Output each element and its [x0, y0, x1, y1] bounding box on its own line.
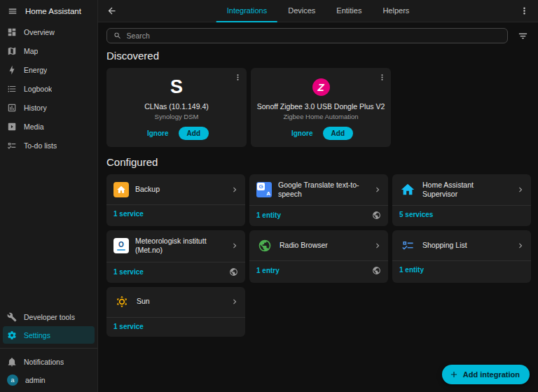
entities-link[interactable]: 5 services	[399, 211, 433, 218]
discovered-subtitle: Zigbee Home Automation	[256, 113, 385, 120]
card-menu-button[interactable]	[376, 71, 388, 83]
entities-link[interactable]: 1 service	[113, 323, 144, 330]
card-menu-button[interactable]	[232, 71, 244, 83]
app-root: Home Assistant Overview Map Energy Logbo…	[0, 0, 538, 392]
sidebar-item-notifications[interactable]: Notifications	[3, 353, 95, 370]
avatar: a	[7, 374, 18, 386]
add-button[interactable]: Add	[323, 127, 353, 140]
sidebar-bottom: Developer tools Settings Notifications a…	[0, 307, 97, 392]
add-button[interactable]: Add	[179, 127, 209, 140]
top-bar: Integrations Devices Entities Helpers	[98, 0, 538, 22]
configured-grid: Backup 1 service GA Google Translate tex…	[106, 174, 531, 337]
chevron-right-icon	[373, 185, 382, 195]
chevron-right-icon	[373, 241, 382, 251]
discovered-card-synology: S CLNas (10.1.149.4) Synology DSM Ignore…	[106, 68, 247, 147]
configured-heading: Configured	[106, 156, 531, 168]
integration-footer: 1 entity	[392, 261, 531, 280]
view-dashboard-icon	[7, 27, 17, 37]
sidebar-item-developer-tools[interactable]: Developer tools	[3, 308, 95, 326]
content: Discovered S CLNas (10.1.149.4) Synology…	[98, 22, 538, 392]
sidebar-item-logbook[interactable]: Logbook	[3, 80, 95, 97]
integration-card-sun: Sun 1 service	[106, 287, 245, 337]
tab-entities[interactable]: Entities	[326, 0, 372, 22]
flash-icon	[7, 65, 17, 75]
overflow-menu-button[interactable]	[518, 4, 531, 18]
chart-box-icon	[7, 103, 17, 113]
discovered-name: CLNas (10.1.149.4)	[112, 102, 241, 111]
sidebar-item-settings[interactable]: Settings	[3, 326, 95, 344]
map-icon	[7, 46, 17, 56]
integration-row[interactable]: Sun	[106, 287, 245, 318]
entities-link[interactable]: 1 entity	[256, 211, 281, 219]
filter-icon	[518, 31, 528, 41]
search-input[interactable]	[127, 31, 501, 40]
integration-card-backup: Backup 1 service	[106, 174, 245, 226]
integration-row[interactable]: GA Google Translate text-to-speech	[249, 174, 388, 206]
metno-icon: O	[113, 238, 129, 253]
home-assistant-logo-icon	[399, 181, 416, 198]
sidebar-item-energy[interactable]: Energy	[3, 61, 95, 78]
sidebar-item-overview[interactable]: Overview	[3, 23, 95, 41]
integration-row[interactable]: O Meteorologisk institutt (Met.no)	[106, 230, 245, 262]
entities-link[interactable]: 1 service	[113, 268, 144, 276]
integration-footer: 1 service	[106, 318, 245, 337]
discovered-name: Sonoff Zigbee 3.0 USB Dongle Plus V2	[256, 102, 385, 111]
integration-row[interactable]: Home Assistant Supervisor	[392, 174, 531, 206]
search-icon	[113, 31, 122, 40]
synology-logo: S	[112, 75, 241, 99]
entities-link[interactable]: 1 service	[113, 210, 144, 218]
discovered-actions: Ignore Add	[112, 127, 241, 140]
cloud-polling-icon	[229, 267, 238, 276]
ignore-button[interactable]: Ignore	[144, 127, 172, 139]
tab-helpers[interactable]: Helpers	[372, 0, 420, 22]
integration-footer: 1 entry	[249, 261, 388, 281]
sidebar-item-map[interactable]: Map	[3, 42, 95, 59]
integration-row[interactable]: Backup	[106, 174, 245, 205]
sidebar-item-todo-lists[interactable]: To-do lists	[3, 136, 95, 154]
integration-footer: 1 service	[106, 205, 245, 224]
integration-row[interactable]: Radio Browser	[249, 230, 388, 261]
cloud-polling-icon	[372, 211, 381, 220]
dots-vertical-icon	[233, 73, 242, 82]
cloud-polling-icon	[372, 266, 381, 275]
sidebar: Home Assistant Overview Map Energy Logbo…	[0, 0, 98, 392]
integration-card-radio-browser: Radio Browser 1 entry	[249, 230, 388, 282]
integration-card-shopping-list: Shopping List 1 entity	[392, 230, 531, 282]
back-button[interactable]	[105, 4, 118, 18]
add-integration-button[interactable]: Add integration	[442, 365, 530, 384]
sidebar-toggle-icon[interactable]	[6, 5, 19, 18]
filter-button[interactable]	[516, 29, 530, 43]
sidebar-divider	[0, 348, 97, 349]
search-bar[interactable]	[106, 28, 508, 43]
bell-icon	[7, 357, 17, 367]
chevron-right-icon	[230, 185, 240, 195]
entities-link[interactable]: 1 entity	[399, 266, 424, 274]
chevron-right-icon	[516, 185, 525, 195]
ignore-button[interactable]: Ignore	[289, 127, 316, 139]
main-area: Integrations Devices Entities Helpers Di…	[98, 0, 538, 392]
sun-icon	[113, 293, 130, 310]
google-translate-icon: GA	[256, 182, 272, 197]
check-list-icon	[7, 141, 17, 150]
discovered-actions: Ignore Add	[256, 127, 385, 140]
sidebar-item-history[interactable]: History	[3, 99, 95, 116]
integration-footer: 1 entity	[249, 206, 388, 226]
list-icon	[7, 84, 17, 94]
integration-row[interactable]: Shopping List	[392, 230, 531, 261]
discovered-heading: Discovered	[106, 50, 531, 62]
integration-footer: 1 service	[106, 262, 245, 283]
zigbee-logo: Z	[256, 75, 385, 99]
sidebar-item-media[interactable]: Media	[3, 118, 95, 135]
discovered-grid: S CLNas (10.1.149.4) Synology DSM Ignore…	[106, 68, 531, 147]
chevron-right-icon	[230, 297, 240, 307]
tab-bar: Integrations Devices Entities Helpers	[216, 0, 420, 22]
discovered-subtitle: Synology DSM	[112, 113, 241, 120]
sidebar-item-user[interactable]: a admin	[3, 371, 95, 388]
chevron-right-icon	[516, 241, 525, 251]
tab-integrations[interactable]: Integrations	[216, 0, 277, 22]
shopping-list-icon	[399, 237, 416, 254]
radio-browser-icon	[256, 237, 273, 254]
entities-link[interactable]: 1 entry	[256, 267, 280, 274]
integration-card-metno: O Meteorologisk institutt (Met.no) 1 ser…	[106, 230, 245, 282]
tab-devices[interactable]: Devices	[277, 0, 326, 22]
